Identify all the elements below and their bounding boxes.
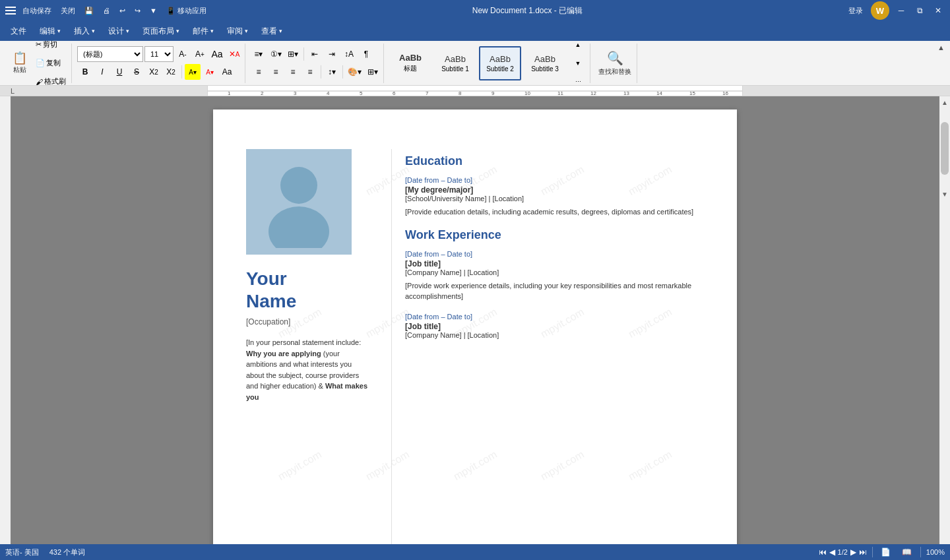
svg-text:11: 11 — [557, 90, 563, 96]
char-format-btn[interactable]: Aa — [219, 64, 235, 80]
menu-design[interactable]: 设计 ▾ — [103, 23, 135, 40]
bullets-btn[interactable]: ≡▾ — [251, 46, 267, 62]
subscript-btn[interactable]: X2 — [146, 64, 162, 80]
svg-text:14: 14 — [656, 90, 662, 96]
style-subtitle3-preview: AaBb — [534, 54, 555, 64]
menu-insert[interactable]: 插入 ▾ — [69, 23, 100, 40]
divider2 — [920, 547, 921, 557]
work1-title: [Job title] — [405, 259, 704, 268]
divider — [872, 547, 873, 557]
sort-btn[interactable]: ↕A — [341, 46, 357, 62]
indent-decrease-btn[interactable]: ⇤ — [307, 46, 323, 62]
find-replace-btn[interactable]: 🔍 查找和替换 — [596, 45, 634, 82]
font-name-select[interactable]: (标题) — [77, 46, 143, 62]
mobile-app-btn[interactable]: 📱 移动应用 — [164, 2, 209, 19]
style-heading-btn[interactable]: AaBb 标题 — [389, 46, 431, 80]
multilevel-btn[interactable]: ⊞▾ — [285, 46, 301, 62]
print-icon[interactable]: 🖨 — [100, 2, 113, 19]
close-btn[interactable]: ✕ — [932, 4, 945, 17]
titlebar-left: 自动保存 关闭 💾 🖨 ↩ ↪ ▼ 📱 移动应用 — [5, 2, 209, 19]
align-center-btn[interactable]: ≡ — [268, 64, 284, 80]
work1-company: [Company Name] | [Location] — [405, 268, 704, 276]
italic-btn[interactable]: I — [94, 64, 110, 80]
avatar[interactable]: W — [871, 1, 889, 20]
page-prev-btn[interactable]: ◀ — [829, 547, 835, 557]
page-last-btn[interactable]: ⏭ — [859, 547, 867, 557]
copy-btn[interactable]: 📄 复制 — [33, 55, 69, 72]
decrease-font-btn[interactable]: A- — [175, 46, 191, 62]
menu-review[interactable]: 审阅 ▾ — [222, 23, 253, 40]
align-right-btn[interactable]: ≡ — [285, 64, 301, 80]
scroll-up-btn[interactable]: ▲ — [939, 96, 950, 109]
increase-font-btn[interactable]: A+ — [192, 46, 208, 62]
scrollbar-right: ▲ ▼ — [939, 96, 950, 544]
statusbar-left: 英语- 美国 432 个单词 — [5, 547, 85, 557]
style-subtitle1-label: Subtitle 1 — [441, 65, 469, 73]
profile-statement: [In your personal statement include: Why… — [246, 337, 371, 402]
view-mode-btn[interactable]: 📄 — [878, 544, 894, 560]
work1-desc: [Provide work experience details, includ… — [405, 280, 704, 302]
svg-text:12: 12 — [590, 90, 596, 96]
strikethrough-btn[interactable]: S — [129, 64, 144, 80]
save-icon[interactable]: 💾 — [82, 2, 96, 19]
superscript-btn[interactable]: X2 — [163, 64, 179, 80]
highlight-btn[interactable]: A▾ — [185, 64, 201, 80]
auto-save-btn[interactable]: 自动保存 — [20, 2, 54, 19]
shading-btn[interactable]: 🎨▾ — [346, 64, 364, 80]
statusbar: 英语- 美国 432 个单词 ⏮ ◀ 1/2 ▶ ⏭ 📄 📖 100% — [0, 544, 950, 560]
undo-icon[interactable]: ↩ — [117, 2, 128, 19]
justify-btn[interactable]: ≡ — [302, 64, 318, 80]
show-marks-btn[interactable]: ¶ — [358, 46, 374, 62]
redo-icon[interactable]: ↪ — [132, 2, 143, 19]
more-tools-icon[interactable]: ▼ — [147, 2, 160, 19]
style-subtitle2-btn[interactable]: AaBb Subtitle 2 — [479, 46, 521, 80]
numbering-btn[interactable]: ①▾ — [268, 46, 284, 62]
minimize-btn[interactable]: ─ — [895, 4, 908, 17]
clear-format-btn[interactable]: ✕A — [226, 46, 242, 62]
profile-occupation: [Occupation] — [246, 317, 371, 327]
style-subtitle3-btn[interactable]: AaBb Subtitle 3 — [524, 46, 566, 80]
underline-btn[interactable]: U — [111, 64, 127, 80]
svg-point-18 — [280, 167, 317, 204]
toolbar-collapse-btn[interactable]: ▲ — [937, 44, 945, 51]
divider2 — [303, 47, 304, 61]
svg-text:3: 3 — [294, 90, 297, 96]
paste-btn[interactable]: 📋 粘贴 — [8, 45, 32, 82]
scrollbar-thumb[interactable] — [941, 122, 949, 175]
login-btn[interactable]: 登录 — [846, 2, 866, 19]
font-size-up-btn[interactable]: Aa — [209, 46, 225, 62]
doc-area[interactable]: mpyit.com mpyit.com mpyit.com mpyit.com … — [11, 96, 939, 544]
language-label: 英语- 美国 — [5, 547, 39, 557]
menu-file[interactable]: 文件 — [5, 23, 32, 40]
indent-increase-btn[interactable]: ⇥ — [324, 46, 340, 62]
titlebar-right: 登录 W ─ ⧉ ✕ — [846, 1, 945, 20]
svg-text:2: 2 — [261, 90, 264, 96]
styles-up-btn[interactable]: ▲ — [570, 37, 586, 53]
close-doc-btn[interactable]: 关闭 — [58, 2, 78, 19]
cut-btn[interactable]: ✂ 剪切 — [33, 36, 69, 53]
menu-layout[interactable]: 页面布局 ▾ — [137, 23, 185, 40]
ruler-marker: L — [11, 87, 15, 95]
line-spacing-btn[interactable]: ↕▾ — [324, 64, 340, 80]
style-heading-label: 标题 — [404, 64, 417, 73]
page-first-btn[interactable]: ⏮ — [819, 547, 827, 557]
menu-view[interactable]: 查看 ▾ — [256, 23, 288, 40]
hamburger-menu-icon[interactable] — [5, 7, 16, 15]
menu-mail[interactable]: 邮件 ▾ — [187, 23, 219, 40]
page-next-btn[interactable]: ▶ — [850, 547, 856, 557]
font-color-btn[interactable]: A▾ — [202, 64, 218, 80]
clipboard-group: 📋 粘贴 ✂ 剪切 📄 复制 🖌 格式刷 — [5, 44, 72, 83]
titlebar: 自动保存 关闭 💾 🖨 ↩ ↪ ▼ 📱 移动应用 New Document 1.… — [0, 0, 950, 21]
paste-icon: 📋 — [13, 52, 27, 64]
ruler: 12 34 56 78 910 1112 1314 1516 L — [0, 86, 950, 96]
styles-down-btn[interactable]: ▼ — [570, 55, 586, 71]
restore-btn[interactable]: ⧉ — [913, 4, 926, 17]
bold-btn[interactable]: B — [77, 64, 93, 80]
find-replace-icon: 🔍 — [607, 50, 623, 66]
scroll-down-btn[interactable]: ▼ — [939, 188, 950, 201]
borders-btn[interactable]: ⊞▾ — [365, 64, 381, 80]
read-mode-btn[interactable]: 📖 — [899, 544, 915, 560]
align-left-btn[interactable]: ≡ — [251, 64, 267, 80]
font-size-select[interactable]: 11 — [144, 46, 174, 62]
style-subtitle1-btn[interactable]: AaBb Subtitle 1 — [434, 46, 476, 80]
